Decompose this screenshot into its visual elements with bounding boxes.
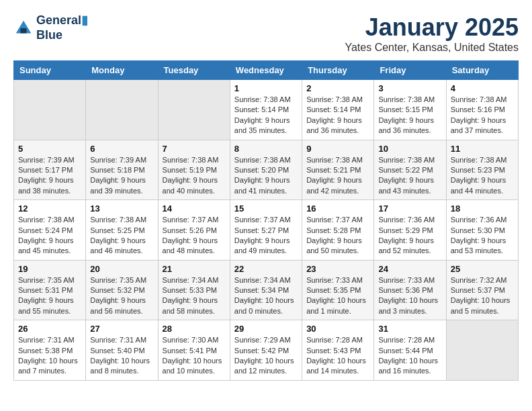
day-number: 15 (234, 203, 298, 214)
day-info: Sunrise: 7:30 AM Sunset: 5:41 PM Dayligh… (163, 335, 226, 377)
calendar-cell: 25Sunrise: 7:32 AM Sunset: 5:37 PM Dayli… (446, 260, 518, 320)
calendar-cell: 8Sunrise: 7:38 AM Sunset: 5:20 PM Daylig… (230, 140, 302, 200)
calendar-table: SundayMondayTuesdayWednesdayThursdayFrid… (13, 60, 519, 381)
calendar-cell: 2Sunrise: 7:38 AM Sunset: 5:14 PM Daylig… (302, 80, 374, 140)
calendar-week-row: 26Sunrise: 7:31 AM Sunset: 5:38 PM Dayli… (14, 320, 519, 381)
calendar-cell: 3Sunrise: 7:38 AM Sunset: 5:15 PM Daylig… (374, 80, 446, 140)
day-number: 6 (90, 144, 153, 154)
day-info: Sunrise: 7:38 AM Sunset: 5:21 PM Dayligh… (306, 155, 369, 197)
day-number: 18 (451, 203, 514, 214)
day-info: Sunrise: 7:38 AM Sunset: 5:16 PM Dayligh… (451, 95, 514, 136)
calendar-cell (86, 80, 158, 140)
calendar-cell: 26Sunrise: 7:31 AM Sunset: 5:38 PM Dayli… (14, 320, 86, 381)
calendar-cell: 6Sunrise: 7:39 AM Sunset: 5:18 PM Daylig… (86, 140, 158, 200)
title-block: January 2025 Yates Center, Kansas, Unite… (345, 13, 519, 54)
calendar-cell: 19Sunrise: 7:35 AM Sunset: 5:31 PM Dayli… (14, 260, 86, 320)
day-number: 11 (451, 144, 514, 154)
day-number: 31 (378, 324, 441, 334)
day-number: 8 (234, 144, 298, 154)
calendar-cell: 5Sunrise: 7:39 AM Sunset: 5:17 PM Daylig… (14, 140, 86, 200)
day-info: Sunrise: 7:37 AM Sunset: 5:26 PM Dayligh… (163, 215, 226, 257)
calendar-cell: 21Sunrise: 7:34 AM Sunset: 5:33 PM Dayli… (158, 260, 230, 320)
calendar-cell: 15Sunrise: 7:37 AM Sunset: 5:27 PM Dayli… (230, 200, 302, 261)
location-title: Yates Center, Kansas, United States (345, 42, 519, 54)
day-number: 7 (163, 144, 226, 154)
calendar-cell: 12Sunrise: 7:38 AM Sunset: 5:24 PM Dayli… (14, 200, 86, 261)
day-number: 24 (378, 264, 441, 274)
calendar-week-row: 12Sunrise: 7:38 AM Sunset: 5:24 PM Dayli… (14, 200, 519, 261)
weekday-header: Sunday (14, 61, 86, 80)
calendar-cell: 4Sunrise: 7:38 AM Sunset: 5:16 PM Daylig… (446, 80, 518, 140)
day-info: Sunrise: 7:36 AM Sunset: 5:30 PM Dayligh… (451, 215, 514, 257)
day-info: Sunrise: 7:32 AM Sunset: 5:37 PM Dayligh… (451, 275, 514, 317)
calendar-cell: 22Sunrise: 7:34 AM Sunset: 5:34 PM Dayli… (230, 260, 302, 320)
day-number: 2 (306, 83, 369, 93)
calendar-cell: 14Sunrise: 7:37 AM Sunset: 5:26 PM Dayli… (158, 200, 230, 261)
calendar-header-row: SundayMondayTuesdayWednesdayThursdayFrid… (14, 61, 519, 80)
page-header: General▮ Blue January 2025 Yates Center,… (13, 13, 519, 54)
day-info: Sunrise: 7:39 AM Sunset: 5:18 PM Dayligh… (90, 155, 153, 197)
day-info: Sunrise: 7:38 AM Sunset: 5:20 PM Dayligh… (234, 155, 298, 197)
calendar-cell: 24Sunrise: 7:33 AM Sunset: 5:36 PM Dayli… (374, 260, 446, 320)
day-number: 26 (18, 324, 81, 334)
calendar-cell: 27Sunrise: 7:31 AM Sunset: 5:40 PM Dayli… (86, 320, 158, 381)
day-number: 17 (378, 203, 441, 214)
day-info: Sunrise: 7:38 AM Sunset: 5:14 PM Dayligh… (234, 95, 298, 136)
day-info: Sunrise: 7:33 AM Sunset: 5:35 PM Dayligh… (306, 275, 369, 317)
svg-rect-1 (21, 28, 27, 34)
day-number: 25 (451, 264, 514, 274)
calendar-week-row: 19Sunrise: 7:35 AM Sunset: 5:31 PM Dayli… (14, 260, 519, 320)
calendar-cell: 16Sunrise: 7:37 AM Sunset: 5:28 PM Dayli… (302, 200, 374, 261)
calendar-cell: 13Sunrise: 7:38 AM Sunset: 5:25 PM Dayli… (86, 200, 158, 261)
calendar-week-row: 1Sunrise: 7:38 AM Sunset: 5:14 PM Daylig… (14, 80, 519, 140)
day-number: 1 (234, 83, 298, 93)
calendar-cell: 30Sunrise: 7:28 AM Sunset: 5:43 PM Dayli… (302, 320, 374, 381)
day-info: Sunrise: 7:37 AM Sunset: 5:28 PM Dayligh… (306, 215, 369, 257)
day-number: 22 (234, 264, 298, 274)
logo: General▮ Blue (13, 13, 88, 42)
day-number: 23 (306, 264, 369, 274)
calendar-cell (14, 80, 86, 140)
calendar-cell: 28Sunrise: 7:30 AM Sunset: 5:41 PM Dayli… (158, 320, 230, 381)
day-number: 20 (90, 264, 153, 274)
calendar-cell (158, 80, 230, 140)
day-info: Sunrise: 7:33 AM Sunset: 5:36 PM Dayligh… (378, 275, 441, 317)
calendar-cell: 31Sunrise: 7:28 AM Sunset: 5:44 PM Dayli… (374, 320, 446, 381)
day-info: Sunrise: 7:35 AM Sunset: 5:31 PM Dayligh… (18, 275, 81, 317)
calendar-cell: 9Sunrise: 7:38 AM Sunset: 5:21 PM Daylig… (302, 140, 374, 200)
calendar-cell: 7Sunrise: 7:38 AM Sunset: 5:19 PM Daylig… (158, 140, 230, 200)
day-info: Sunrise: 7:38 AM Sunset: 5:22 PM Dayligh… (378, 155, 441, 197)
calendar-cell: 20Sunrise: 7:35 AM Sunset: 5:32 PM Dayli… (86, 260, 158, 320)
day-info: Sunrise: 7:28 AM Sunset: 5:43 PM Dayligh… (306, 335, 369, 377)
weekday-header: Tuesday (158, 61, 230, 80)
day-number: 27 (90, 324, 153, 334)
day-info: Sunrise: 7:37 AM Sunset: 5:27 PM Dayligh… (234, 215, 298, 257)
month-title: January 2025 (345, 13, 519, 42)
day-number: 21 (163, 264, 226, 274)
day-info: Sunrise: 7:34 AM Sunset: 5:34 PM Dayligh… (234, 275, 298, 317)
calendar-cell: 11Sunrise: 7:38 AM Sunset: 5:23 PM Dayli… (446, 140, 518, 200)
day-number: 29 (234, 324, 298, 334)
calendar-cell: 17Sunrise: 7:36 AM Sunset: 5:29 PM Dayli… (374, 200, 446, 261)
weekday-header: Wednesday (230, 61, 302, 80)
day-number: 4 (451, 83, 514, 93)
day-number: 13 (90, 203, 153, 214)
day-number: 14 (163, 203, 226, 214)
day-info: Sunrise: 7:38 AM Sunset: 5:19 PM Dayligh… (163, 155, 226, 197)
day-number: 10 (378, 144, 441, 154)
calendar-cell (446, 320, 518, 381)
day-number: 28 (163, 324, 226, 334)
day-info: Sunrise: 7:29 AM Sunset: 5:42 PM Dayligh… (234, 335, 298, 377)
day-info: Sunrise: 7:38 AM Sunset: 5:24 PM Dayligh… (18, 215, 81, 257)
day-info: Sunrise: 7:36 AM Sunset: 5:29 PM Dayligh… (378, 215, 441, 257)
day-info: Sunrise: 7:38 AM Sunset: 5:15 PM Dayligh… (378, 95, 441, 136)
day-info: Sunrise: 7:28 AM Sunset: 5:44 PM Dayligh… (378, 335, 441, 377)
logo-text: General▮ Blue (36, 13, 88, 42)
weekday-header: Thursday (302, 61, 374, 80)
calendar-cell: 29Sunrise: 7:29 AM Sunset: 5:42 PM Dayli… (230, 320, 302, 381)
day-number: 3 (378, 83, 441, 93)
day-number: 30 (306, 324, 369, 334)
calendar-cell: 18Sunrise: 7:36 AM Sunset: 5:30 PM Dayli… (446, 200, 518, 261)
weekday-header: Friday (374, 61, 446, 80)
day-number: 16 (306, 203, 369, 214)
